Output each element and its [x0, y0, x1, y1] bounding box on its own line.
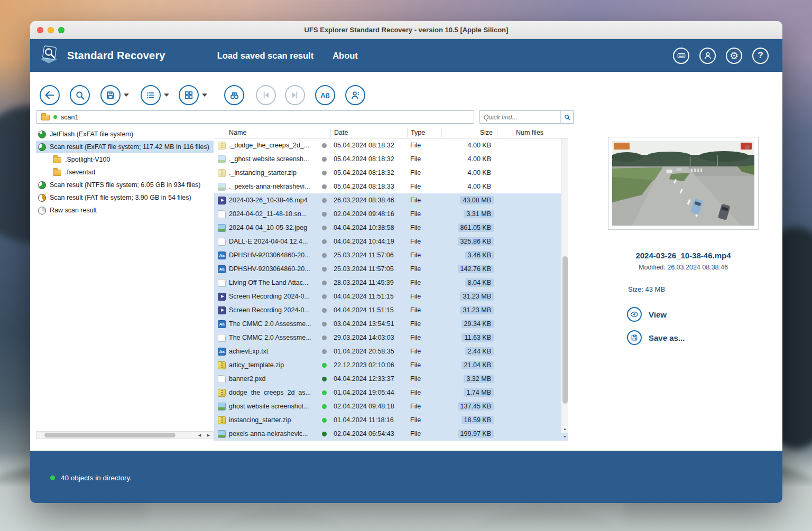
table-row[interactable]: 2024-03-26_10-38-46.mp4 26.03.2024 08:38…: [214, 193, 568, 207]
save-button[interactable]: [100, 85, 121, 105]
table-row[interactable]: 2024-04-04_10-05-32.jpeg 04.04.2024 10:3…: [214, 221, 568, 235]
file-date: 04.04.2024 10:44:19: [330, 238, 407, 245]
find-button[interactable]: [224, 85, 244, 105]
status-dot-cell: [318, 267, 330, 272]
help-button[interactable]: ?: [752, 48, 769, 64]
column-header-date[interactable]: Date: [330, 128, 407, 137]
quick-find-input[interactable]: [480, 114, 560, 121]
file-name: The CMMC 2.0 Assessme...: [229, 334, 318, 341]
tree-item-label: .fseventsd: [65, 169, 95, 176]
table-row[interactable]: ._instancing_starter.zip 05.04.2024 08:1…: [214, 166, 568, 180]
scroll-left-icon[interactable]: ◀: [195, 433, 204, 437]
column-header-size[interactable]: Size: [441, 128, 497, 137]
table-row[interactable]: banner2.pxd 04.04.2024 12:33:37 File 3.3…: [214, 372, 568, 386]
file-size: 4.00 KB: [441, 155, 497, 163]
tree-item[interactable]: JetFlash (ExFAT file system): [36, 128, 214, 141]
table-row[interactable]: Screen Recording 2024-0... 04.04.2024 11…: [214, 290, 568, 303]
column-header-name[interactable]: Name: [214, 128, 318, 137]
tree-item[interactable]: .fseventsd: [36, 166, 214, 179]
thumbnail-view-button[interactable]: [179, 85, 199, 105]
next-item-button[interactable]: [285, 85, 305, 105]
quick-find-button[interactable]: [560, 111, 573, 123]
column-header-status[interactable]: [318, 128, 330, 137]
view-button[interactable]: View: [627, 307, 759, 322]
list-view-caret[interactable]: [164, 94, 169, 97]
table-row[interactable]: The CMMC 2.0 Assessme... 03.04.2024 13:5…: [214, 317, 568, 331]
breadcrumb[interactable]: scan1: [36, 110, 474, 124]
table-row[interactable]: articy_template.zip 22.12.2023 02:10:06 …: [214, 358, 568, 372]
tree-item-icon: [38, 181, 46, 189]
menu-about[interactable]: About: [333, 51, 358, 61]
save-as-button[interactable]: Save as...: [627, 330, 759, 345]
close-button[interactable]: [37, 27, 43, 33]
table-row[interactable]: DPHSHV-9203064860-20... 25.03.2024 11:57…: [214, 262, 568, 276]
file-date: 05.04.2024 08:18:32: [330, 169, 407, 176]
table-row[interactable]: 2024-04-02_11-48-10.sn... 02.04.2024 09:…: [214, 207, 568, 221]
scroll-up-icon[interactable]: ▲: [561, 425, 568, 433]
file-type: File: [407, 251, 441, 259]
table-row[interactable]: Living Off The Land Attac... 28.03.2024 …: [214, 276, 568, 290]
user-tools-button[interactable]: [345, 85, 365, 105]
keyboard-button[interactable]: [673, 48, 689, 64]
quick-find-box: [479, 110, 574, 124]
tree-horizontal-scrollbar[interactable]: ◀ ▶: [36, 431, 214, 439]
file-date: 04.04.2024 12:33:37: [330, 375, 407, 383]
save-options-caret[interactable]: [124, 94, 129, 97]
file-type: File: [407, 375, 441, 383]
table-row[interactable]: achievExp.txt 01.04.2024 20:58:35 File 2…: [214, 344, 568, 358]
toolbar: Aß: [30, 72, 782, 110]
table-row[interactable]: Screen Recording 2024-0... 04.04.2024 11…: [214, 303, 568, 317]
status-dot-cell: [318, 336, 330, 340]
tree-item[interactable]: Scan result (FAT file system; 3.90 GB in…: [36, 191, 214, 204]
window-title: UFS Explorer Standard Recovery - version…: [304, 26, 509, 34]
tree-item[interactable]: Raw scan result: [36, 204, 214, 217]
encoding-button[interactable]: Aß: [315, 85, 335, 105]
tree-item[interactable]: .Spotlight-V100: [36, 153, 214, 166]
menu-load-saved-scan[interactable]: Load saved scan result: [217, 51, 314, 61]
column-header-type[interactable]: Type: [407, 128, 441, 137]
file-type-icon: [218, 183, 226, 191]
file-type: File: [407, 224, 441, 231]
table-row[interactable]: instancing_starter.zip 01.04.2024 11:18:…: [214, 413, 568, 427]
settings-button[interactable]: ⚙: [726, 48, 742, 64]
scan-button[interactable]: [70, 85, 90, 105]
scrollbar-thumb[interactable]: [44, 433, 176, 437]
table-row[interactable]: The CMMC 2.0 Assessme... 29.03.2024 14:0…: [214, 331, 568, 344]
tree-item[interactable]: Scan result (NTFS file system; 6.05 GB i…: [36, 179, 214, 191]
table-row[interactable]: dodge_the_creeps_2d_as... 01.04.2024 19:…: [214, 386, 568, 399]
table-row[interactable]: ._dodge_the_creeps_2d_... 05.04.2024 08:…: [214, 138, 568, 152]
tree-item-icon: [53, 157, 61, 163]
current-location: scan1: [61, 114, 78, 121]
back-button[interactable]: [40, 85, 60, 105]
fullscreen-button[interactable]: [58, 27, 64, 33]
column-header-numfiles[interactable]: Num files: [497, 128, 561, 137]
thumbnail-view-caret[interactable]: [202, 94, 207, 97]
preview-panel: ⚙ 2024-03-26_10-38-46.mp4 Modified: 26.0…: [608, 137, 759, 353]
file-type-icon: [218, 348, 226, 356]
file-type-icon: [218, 293, 226, 301]
app-logo-icon: [38, 45, 62, 66]
recovery-status-dot: [322, 418, 327, 423]
table-row[interactable]: DALL·E 2024-04-04 12.4... 04.04.2024 10:…: [214, 235, 568, 248]
table-row[interactable]: ghost website screenshot... 02.04.2024 0…: [214, 399, 568, 413]
file-name: ._pexels-anna-nekrashevi...: [229, 183, 318, 190]
account-button[interactable]: [699, 48, 716, 64]
scrollbar-thumb[interactable]: [562, 256, 568, 404]
table-vertical-scrollbar[interactable]: ▲ ▼: [561, 138, 568, 433]
tree-item[interactable]: Scan result (ExFAT file system; 117.42 M…: [36, 141, 214, 153]
file-type: File: [407, 265, 441, 273]
previous-item-button[interactable]: [256, 85, 276, 105]
table-row[interactable]: ._ghost website screensh... 05.04.2024 0…: [214, 152, 568, 166]
table-row[interactable]: ._pexels-anna-nekrashevi... 05.04.2024 0…: [214, 180, 568, 193]
file-type-icon: [218, 306, 226, 314]
minimize-button[interactable]: [48, 27, 54, 33]
scroll-right-icon[interactable]: ▶: [204, 433, 213, 437]
table-row[interactable]: DPHSHV-9203064860-20... 25.03.2024 11:57…: [214, 248, 568, 262]
recovery-status-dot: [322, 157, 327, 162]
file-date: 26.03.2024 08:38:46: [330, 197, 407, 204]
list-view-button[interactable]: [141, 85, 161, 105]
table-row[interactable]: pexels-anna-nekrashevic... 02.04.2024 06…: [214, 427, 568, 441]
scroll-down-icon[interactable]: ▼: [561, 433, 568, 441]
file-size: 3.46 KB: [441, 251, 497, 259]
file-type: File: [407, 210, 441, 218]
